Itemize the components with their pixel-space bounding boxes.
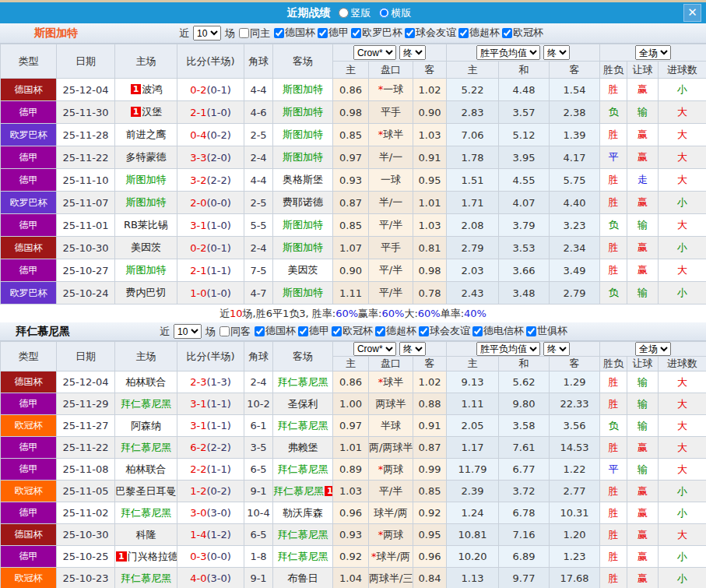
league-filter[interactable]: 德电信杯 xyxy=(470,324,524,338)
league-checkbox[interactable] xyxy=(502,28,512,38)
result-goals: 小 xyxy=(659,282,706,305)
team1-count-select[interactable]: 10 xyxy=(193,26,221,40)
result-goals: 大 xyxy=(659,459,706,481)
league-filter[interactable]: 球会友谊 xyxy=(416,324,470,338)
league-checkbox[interactable] xyxy=(318,28,328,38)
handicap-star: * xyxy=(378,129,384,140)
team2-same-away-filter[interactable]: 同客 xyxy=(217,325,251,339)
league-filter[interactable]: 欧冠杯 xyxy=(329,324,373,338)
odds-away: 0.99 xyxy=(413,459,447,481)
rank-badge: 1 xyxy=(116,551,127,562)
result-wdl: 胜 xyxy=(600,437,627,459)
avg-select[interactable]: 胜平负均值 xyxy=(476,45,540,60)
league-checkbox[interactable] xyxy=(255,326,265,336)
fullgame-select[interactable]: 全场 xyxy=(635,342,671,356)
league-checkbox[interactable] xyxy=(526,326,536,336)
league-filter[interactable]: 欧冠杯 xyxy=(500,26,543,40)
league-filter[interactable]: 球会友谊 xyxy=(402,26,456,40)
league-filter[interactable]: 德甲 xyxy=(296,324,329,338)
avg-draw-odds: 3.58 xyxy=(499,415,550,437)
league-filter[interactable]: 德国杯 xyxy=(252,324,296,338)
league-badge: 德国杯 xyxy=(1,237,57,259)
handicap-line: 平/半 xyxy=(369,481,413,502)
avg-away-odds: 1.54 xyxy=(550,79,600,101)
league-checkbox[interactable] xyxy=(351,28,361,38)
odds-home: 0.93 xyxy=(333,524,369,546)
away-team: 费耶诺德 xyxy=(273,192,333,214)
result-handicap: 赢 xyxy=(627,237,659,259)
horizontal-radio[interactable] xyxy=(379,8,389,18)
col-result: 胜负 xyxy=(600,62,627,79)
league-checkbox[interactable] xyxy=(405,28,415,38)
corner-count: 2-5 xyxy=(244,124,273,146)
layout-radio-horizontal[interactable]: 横版 xyxy=(379,6,412,20)
result-handicap: 赢 xyxy=(627,79,659,101)
league-checkbox[interactable] xyxy=(458,28,469,38)
vertical-radio[interactable] xyxy=(339,8,349,18)
close-icon[interactable]: ✕ xyxy=(683,4,701,22)
odds-away: 1.02 xyxy=(413,79,447,101)
team1-table: 类型 日期 主场 比分(半场) 角球 客场 Crow* 终 胜平负均值 终 全场… xyxy=(0,44,706,305)
fullgame-select[interactable]: 全场 xyxy=(635,45,671,60)
avg-select[interactable]: 胜平负均值 xyxy=(476,342,540,356)
same-home-checkbox[interactable] xyxy=(239,28,249,38)
league-filter[interactable]: 德超杯 xyxy=(373,324,416,338)
result-goals: 小 xyxy=(659,568,706,588)
league-checkbox[interactable] xyxy=(419,326,429,336)
home-team: 科隆 xyxy=(115,524,177,546)
company-select[interactable]: Crow* xyxy=(353,342,396,356)
final-select[interactable]: 终 xyxy=(399,45,426,60)
col-handicap: 盘口 xyxy=(369,62,413,79)
odds-away: 1.03 xyxy=(413,124,447,146)
home-team: 多特蒙德 xyxy=(115,146,177,169)
league-badge: 欧罗巴杯 xyxy=(1,124,57,146)
odds-away: 0.92 xyxy=(413,502,447,524)
league-filter[interactable]: 德国杯 xyxy=(272,26,315,40)
league-filter[interactable]: 德甲 xyxy=(315,26,349,40)
avg-draw-odds: 3.79 xyxy=(499,214,550,237)
team1-same-home-filter[interactable]: 同主 xyxy=(237,26,270,40)
odds-home: 0.97 xyxy=(333,146,369,169)
match-row: 德甲25-11-10斯图加特3-2(2-2)4-4奥格斯堡0.93一球0.951… xyxy=(1,169,706,192)
result-goals: 大 xyxy=(659,393,706,415)
summary-segment: 单率: xyxy=(441,307,464,321)
result-wdl: 胜 xyxy=(600,259,627,282)
col-odds-away: 客 xyxy=(413,357,447,371)
league-filter[interactable]: 德超杯 xyxy=(456,26,500,40)
corner-count: 2-5 xyxy=(244,192,273,214)
same-away-checkbox[interactable] xyxy=(220,326,230,336)
odds-home: 0.97 xyxy=(333,415,369,437)
away-team: 圣保利 xyxy=(273,393,333,415)
odds-home: 0.85 xyxy=(333,124,369,146)
match-score: 3-1(1-1) xyxy=(177,393,244,415)
league-checkbox[interactable] xyxy=(274,28,284,38)
avg-draw-odds: 5.62 xyxy=(499,371,550,393)
final-select[interactable]: 终 xyxy=(399,342,426,356)
league-filter[interactable]: 欧罗巴杯 xyxy=(349,26,402,40)
league-checkbox[interactable] xyxy=(375,326,385,336)
league-checkbox[interactable] xyxy=(298,326,308,336)
league-checkbox[interactable] xyxy=(332,326,342,336)
layout-radio-vertical[interactable]: 竖版 xyxy=(339,6,371,20)
team2-count-select[interactable]: 10 xyxy=(174,324,202,339)
match-score: 3-0(3-0) xyxy=(177,502,244,524)
result-wdl: 胜 xyxy=(600,393,627,415)
col-res-handicap: 让球 xyxy=(627,357,659,371)
final-select-2[interactable]: 终 xyxy=(543,45,570,60)
home-team: 巴黎圣日耳曼 xyxy=(115,481,177,502)
odds-home: 1.11 xyxy=(333,282,369,305)
summary-segment: 40% xyxy=(464,308,486,319)
match-score: 2-1(1-1) xyxy=(177,259,244,282)
result-wdl: 胜 xyxy=(600,502,627,524)
league-checkbox[interactable] xyxy=(472,326,483,336)
corner-count: 6-5 xyxy=(244,459,273,481)
company-select[interactable]: Crow* xyxy=(353,45,396,60)
col-type: 类型 xyxy=(1,44,57,79)
away-team: 布鲁日 xyxy=(273,568,333,588)
final-select-2[interactable]: 终 xyxy=(543,342,570,356)
handicap-star: * xyxy=(371,551,377,562)
league-filter[interactable]: 世俱杯 xyxy=(524,324,567,338)
corner-count: 10-2 xyxy=(244,393,273,415)
corner-count: 6-5 xyxy=(244,524,273,546)
team1-summary: 近10场,胜6平1负3, 胜率:60% 赢率:60% 大:60% 单率:40% xyxy=(0,305,706,322)
